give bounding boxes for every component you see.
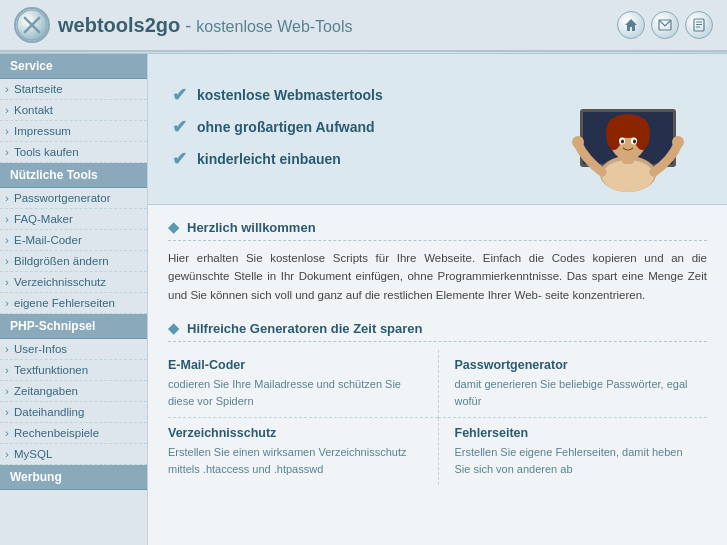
sidebar-item-bildgroessen[interactable]: Bildgrößen ändern	[0, 251, 147, 272]
email-icon-btn[interactable]	[651, 11, 679, 39]
svg-point-18	[634, 118, 650, 150]
sidebar-section-nuetzliche-tools: Nützliche Tools	[0, 163, 147, 188]
sidebar-item-mysql[interactable]: MySQL	[0, 444, 147, 465]
gen-passwort-title[interactable]: Passwortgenerator	[455, 358, 696, 372]
gen-email-coder-desc: codieren Sie Ihre Mailadresse und schütz…	[168, 376, 426, 409]
sidebar-section-service: Service	[0, 54, 147, 79]
svg-point-13	[602, 160, 654, 192]
sidebar-item-email-coder[interactable]: E-Mail-Coder	[0, 230, 147, 251]
gen-fehler-title[interactable]: Fehlerseiten	[455, 426, 696, 440]
hero-feature-3-text: kinderleicht einbauen	[197, 151, 341, 167]
checkmark-1: ✔	[172, 84, 187, 106]
sidebar-item-dateihandling[interactable]: Dateihandling	[0, 402, 147, 423]
generators-icon: ◆	[168, 320, 179, 336]
hero-feature-1-text: kostenlose Webmastertools	[197, 87, 383, 103]
sidebar-section-php: PHP-Schnipsel	[0, 314, 147, 339]
header-title-group: webtools2go - kostenlose Web-Tools	[58, 14, 352, 37]
gen-item-verzeichnisschutz: Verzeichnisschutz Erstellen Sie einen wi…	[168, 418, 438, 485]
generators-title: ◆ Hilfreiche Generatoren die Zeit sparen	[168, 320, 707, 342]
layout: Service Startseite Kontakt Impressum Too…	[0, 54, 727, 545]
generators-grid: E-Mail-Coder codieren Sie Ihre Mailadres…	[168, 350, 707, 485]
checkmark-3: ✔	[172, 148, 187, 170]
svg-point-22	[633, 140, 636, 144]
svg-point-23	[572, 136, 584, 148]
sidebar-section-werbung: Werbung	[0, 465, 147, 490]
sidebar-item-zeitangaben[interactable]: Zeitangaben	[0, 381, 147, 402]
sidebar-item-textfunktionen[interactable]: Textfunktionen	[0, 360, 147, 381]
sidebar-item-kontakt[interactable]: Kontakt	[0, 100, 147, 121]
hero: ✔ kostenlose Webmastertools ✔ ohne großa…	[148, 54, 727, 205]
svg-point-21	[621, 140, 624, 144]
content: ◆ Herzlich willkommen Hier erhalten Sie …	[148, 205, 727, 515]
hero-feature-1: ✔ kostenlose Webmastertools	[172, 84, 547, 106]
gen-item-fehlerseiten: Fehlerseiten Erstellen Sie eigene Fehler…	[438, 418, 708, 485]
home-icon-btn[interactable]	[617, 11, 645, 39]
sidebar-item-verzeichnisschutz[interactable]: Verzeichnisschutz	[0, 272, 147, 293]
gen-verzeichnis-desc: Erstellen Sie einen wirksamen Verzeichni…	[168, 444, 426, 477]
header: webtools2go - kostenlose Web-Tools	[0, 0, 727, 52]
hero-image	[547, 72, 707, 192]
gen-fehler-desc: Erstellen Sie eigene Fehlerseiten, damit…	[455, 444, 696, 477]
checkmark-2: ✔	[172, 116, 187, 138]
svg-point-17	[606, 118, 622, 150]
sidebar: Service Startseite Kontakt Impressum Too…	[0, 54, 148, 545]
sidebar-item-faq-maker[interactable]: FAQ-Maker	[0, 209, 147, 230]
gen-email-coder-title[interactable]: E-Mail-Coder	[168, 358, 426, 372]
gen-verzeichnis-title[interactable]: Verzeichnisschutz	[168, 426, 426, 440]
sidebar-item-startseite[interactable]: Startseite	[0, 79, 147, 100]
gen-passwort-desc: damit generieren Sie beliebige Passwörte…	[455, 376, 696, 409]
header-brand: webtools2go	[58, 14, 180, 36]
hero-features: ✔ kostenlose Webmastertools ✔ ohne großa…	[172, 84, 547, 180]
gen-item-passwortgenerator: Passwortgenerator damit generieren Sie b…	[438, 350, 708, 418]
sidebar-item-fehlerseiten[interactable]: eigene Fehlerseiten	[0, 293, 147, 314]
welcome-section: ◆ Herzlich willkommen Hier erhalten Sie …	[168, 219, 707, 304]
hero-feature-2: ✔ ohne großartigen Aufwand	[172, 116, 547, 138]
logo-icon	[14, 7, 50, 43]
sidebar-item-impressum[interactable]: Impressum	[0, 121, 147, 142]
sidebar-item-passwortgenerator[interactable]: Passwortgenerator	[0, 188, 147, 209]
sidebar-item-rechenbeispiele[interactable]: Rechenbeispiele	[0, 423, 147, 444]
generators-title-text: Hilfreiche Generatoren die Zeit sparen	[187, 321, 423, 336]
welcome-title: ◆ Herzlich willkommen	[168, 219, 707, 241]
header-separator: -	[180, 16, 196, 36]
main-content: ✔ kostenlose Webmastertools ✔ ohne großa…	[148, 54, 727, 545]
sidebar-item-user-infos[interactable]: User-Infos	[0, 339, 147, 360]
sidebar-item-tools-kaufen[interactable]: Tools kaufen	[0, 142, 147, 163]
welcome-icon: ◆	[168, 219, 179, 235]
header-logo: webtools2go - kostenlose Web-Tools	[14, 7, 352, 43]
svg-point-24	[672, 136, 684, 148]
hero-feature-3: ✔ kinderleicht einbauen	[172, 148, 547, 170]
document-icon-btn[interactable]	[685, 11, 713, 39]
gen-item-email-coder: E-Mail-Coder codieren Sie Ihre Mailadres…	[168, 350, 438, 418]
welcome-title-text: Herzlich willkommen	[187, 220, 316, 235]
hero-feature-2-text: ohne großartigen Aufwand	[197, 119, 375, 135]
header-icons	[617, 11, 713, 39]
generators-section: ◆ Hilfreiche Generatoren die Zeit sparen…	[168, 320, 707, 485]
welcome-text: Hier erhalten Sie kostenlose Scripts für…	[168, 249, 707, 304]
header-subtitle: kostenlose Web-Tools	[196, 18, 352, 35]
